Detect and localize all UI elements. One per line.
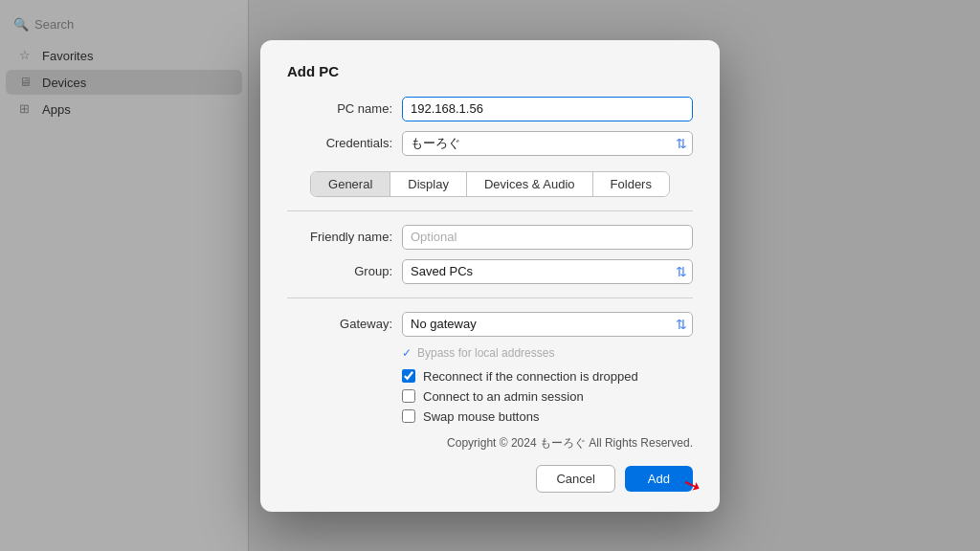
friendly-name-label: Friendly name: [287,230,392,244]
credentials-row: Credentials: もーろぐ ⇅ [287,131,693,156]
gateway-select[interactable]: No gateway [402,312,693,337]
tab-display[interactable]: Display [390,172,467,196]
group-select[interactable]: Saved PCs [402,259,693,284]
friendly-name-row: Friendly name: [287,225,693,250]
bypass-checkmark-icon: ✓ [402,346,412,360]
bypass-label: Bypass for local addresses [417,346,554,360]
add-pc-dialog: Add PC PC name: Credentials: もーろぐ ⇅ Gene… [260,40,720,512]
pc-name-input[interactable] [402,97,693,121]
gateway-row: Gateway: No gateway ⇅ [287,312,693,337]
modal-overlay: Add PC PC name: Credentials: もーろぐ ⇅ Gene… [0,0,980,551]
tab-bar: General Display Devices & Audio Folders [310,171,670,197]
credentials-select-wrap: もーろぐ ⇅ [402,131,693,156]
add-button[interactable]: Add [625,466,693,492]
group-select-wrap: Saved PCs ⇅ [402,259,693,284]
reconnect-label[interactable]: Reconnect if the connection is dropped [423,369,638,384]
reconnect-row: Reconnect if the connection is dropped [402,369,693,384]
tab-devices-audio[interactable]: Devices & Audio [467,172,593,196]
swap-mouse-checkbox[interactable] [402,409,415,423]
cancel-button[interactable]: Cancel [536,465,614,493]
checkbox-section: Reconnect if the connection is dropped C… [287,369,693,424]
add-button-wrap: Add ➘ [625,466,693,492]
tab-general[interactable]: General [311,172,390,196]
gateway-select-wrap: No gateway ⇅ [402,312,693,337]
separator-2 [287,298,693,298]
friendly-name-input[interactable] [402,225,693,250]
group-row: Group: Saved PCs ⇅ [287,259,693,284]
group-label: Group: [287,264,392,278]
pc-name-label: PC name: [287,101,392,116]
dialog-footer: Cancel Add ➘ [287,465,693,493]
credentials-select[interactable]: もーろぐ [402,131,693,156]
admin-session-row: Connect to an admin session [402,389,693,404]
swap-mouse-row: Swap mouse buttons [402,409,693,424]
copyright-text: Copyright © 2024 もーろぐ All Rights Reserve… [287,435,693,452]
reconnect-checkbox[interactable] [402,369,415,383]
tab-folders[interactable]: Folders [593,172,669,196]
credentials-label: Credentials: [287,136,392,150]
bypass-row: ✓ Bypass for local addresses [287,346,693,360]
admin-session-checkbox[interactable] [402,389,415,403]
dialog-title: Add PC [287,63,693,79]
swap-mouse-label[interactable]: Swap mouse buttons [423,409,539,424]
separator-1 [287,210,693,211]
admin-session-label[interactable]: Connect to an admin session [423,389,584,404]
pc-name-row: PC name: [287,97,693,121]
gateway-label: Gateway: [287,317,392,331]
